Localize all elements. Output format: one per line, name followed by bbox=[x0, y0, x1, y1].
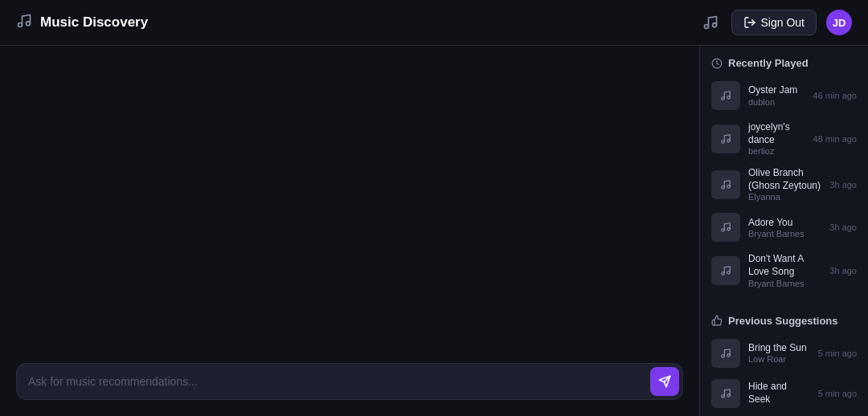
track-thumb bbox=[711, 124, 740, 153]
track-thumb bbox=[711, 170, 740, 199]
track-info: joycelyn's dance berlioz bbox=[748, 121, 805, 156]
track-thumb bbox=[711, 213, 740, 242]
track-thumb bbox=[711, 81, 740, 110]
track-thumb bbox=[711, 256, 740, 285]
chat-input-container bbox=[16, 363, 683, 400]
svg-point-1 bbox=[27, 22, 31, 26]
right-panel: Recently Played Oyster Jam dublon 46 min… bbox=[699, 46, 868, 416]
chat-panel bbox=[0, 46, 699, 416]
svg-point-12 bbox=[722, 186, 725, 190]
send-button[interactable] bbox=[650, 367, 679, 396]
track-thumb bbox=[711, 379, 740, 408]
previous-suggestions-header: Previous Suggestions bbox=[700, 304, 868, 333]
recently-played-track-5[interactable]: Don't Want A Love Song Bryant Barnes 3h … bbox=[700, 247, 868, 293]
sign-out-button[interactable]: Sign Out bbox=[731, 10, 817, 35]
suggestion-track-2[interactable]: Hide and Seek 5 min ago bbox=[700, 373, 868, 414]
track-info: Adore You Bryant Barnes bbox=[748, 217, 821, 239]
header-left: Music Discovery bbox=[16, 13, 148, 32]
svg-point-18 bbox=[722, 354, 725, 357]
app-title: Music Discovery bbox=[40, 14, 148, 31]
thumbs-up-icon bbox=[711, 315, 723, 326]
svg-point-19 bbox=[727, 353, 731, 357]
track-info: Olive Branch (Ghosn Zeytoun) Elyanna bbox=[748, 167, 821, 202]
svg-point-14 bbox=[722, 229, 725, 232]
svg-point-0 bbox=[18, 23, 23, 27]
recently-played-track-2[interactable]: joycelyn's dance berlioz 48 min ago bbox=[700, 116, 868, 161]
music-header-icon-button[interactable] bbox=[699, 11, 722, 34]
recently-played-header: Recently Played bbox=[700, 46, 868, 75]
header-right: Sign Out JD bbox=[699, 10, 852, 35]
svg-point-13 bbox=[727, 185, 731, 188]
app-header: Music Discovery Sign Out JD bbox=[0, 0, 868, 46]
music-note-icon bbox=[16, 13, 32, 32]
svg-point-3 bbox=[712, 23, 716, 27]
track-info: Hide and Seek bbox=[748, 381, 810, 406]
main-content: Recently Played Oyster Jam dublon 46 min… bbox=[0, 46, 868, 416]
track-info: Don't Want A Love Song Bryant Barnes bbox=[748, 253, 821, 288]
svg-point-16 bbox=[722, 272, 725, 275]
recently-played-track-4[interactable]: Adore You Bryant Barnes 3h ago bbox=[700, 207, 868, 247]
clock-icon bbox=[711, 58, 723, 69]
recently-played-track-3[interactable]: Olive Branch (Ghosn Zeytoun) Elyanna 3h … bbox=[700, 161, 868, 207]
svg-point-11 bbox=[727, 139, 731, 142]
track-info: Oyster Jam dublon bbox=[748, 84, 805, 107]
svg-point-10 bbox=[722, 140, 725, 143]
chat-input[interactable] bbox=[28, 369, 644, 394]
svg-point-20 bbox=[722, 394, 725, 398]
user-avatar: JD bbox=[826, 10, 852, 35]
suggestion-track-1[interactable]: Bring the Sun Low Roar 5 min ago bbox=[700, 333, 868, 373]
recently-played-track-1[interactable]: Oyster Jam dublon 46 min ago bbox=[700, 75, 868, 116]
svg-point-2 bbox=[704, 25, 708, 29]
svg-point-17 bbox=[727, 271, 731, 275]
track-thumb bbox=[711, 339, 740, 368]
svg-point-15 bbox=[727, 228, 731, 231]
svg-point-9 bbox=[727, 96, 731, 100]
svg-point-21 bbox=[727, 394, 731, 397]
track-info: Bring the Sun Low Roar bbox=[748, 342, 810, 365]
svg-point-8 bbox=[722, 97, 725, 100]
